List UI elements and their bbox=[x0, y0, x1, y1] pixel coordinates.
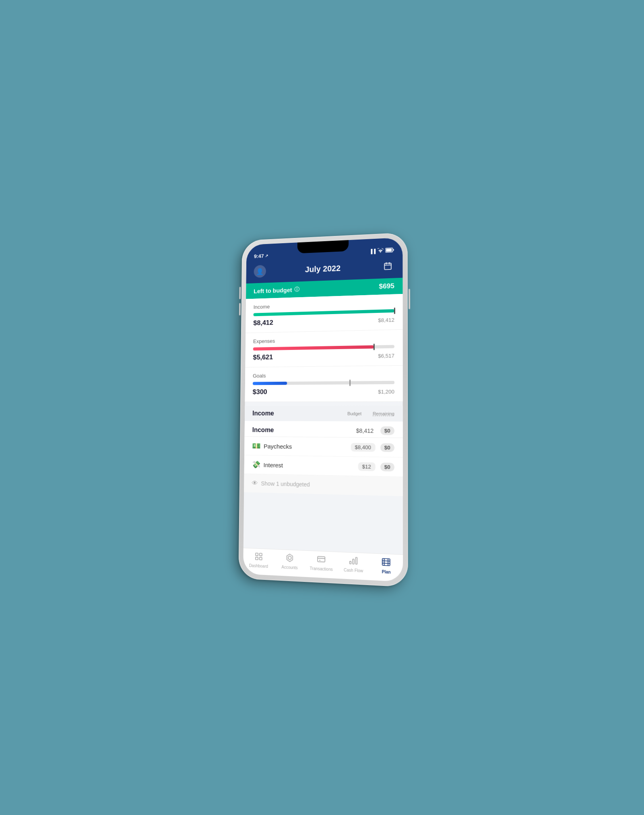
goals-target: $1,200 bbox=[378, 389, 394, 395]
budget-amount: $695 bbox=[379, 282, 394, 291]
location-icon: ↗ bbox=[265, 254, 268, 258]
svg-rect-2 bbox=[393, 249, 394, 251]
svg-rect-13 bbox=[318, 556, 325, 562]
svg-rect-17 bbox=[353, 559, 354, 564]
expenses-summary-card[interactable]: Expenses $5,621 $6,517 bbox=[245, 330, 402, 368]
expenses-progress-tick bbox=[374, 343, 375, 350]
expenses-progress-fill bbox=[253, 345, 374, 350]
goals-values: $300 $1,200 bbox=[253, 387, 394, 396]
budget-label: Left to budget ⓘ bbox=[254, 286, 299, 294]
accounts-label: Accounts bbox=[281, 565, 298, 570]
income-section-header: Income Budget Remaining bbox=[245, 406, 403, 422]
wifi-icon bbox=[378, 248, 383, 254]
income-group-budget: $8,412 bbox=[356, 427, 374, 434]
signal-icon: ▐▐ bbox=[369, 249, 376, 254]
notch bbox=[297, 240, 349, 253]
battery-icon bbox=[385, 248, 394, 254]
expenses-values: $5,621 $6,517 bbox=[253, 352, 394, 362]
income-target: $8,412 bbox=[378, 316, 394, 323]
phone-frame: 9:47 ↗ ▐▐ bbox=[238, 232, 408, 587]
summary-section: Income $8,412 $8,412 Expens bbox=[245, 294, 402, 402]
income-progress-fill bbox=[254, 309, 394, 316]
svg-rect-10 bbox=[259, 557, 262, 560]
show-unbudgeted-text: Show 1 unbudgeted bbox=[261, 480, 310, 488]
avatar-button[interactable]: 👤 bbox=[254, 265, 266, 278]
svg-line-23 bbox=[382, 563, 390, 563]
dashboard-icon bbox=[254, 552, 263, 563]
cashflow-label: Cash Flow bbox=[344, 568, 363, 573]
accounts-icon bbox=[285, 553, 294, 565]
status-time: 9:47 ↗ bbox=[254, 253, 268, 259]
budget-label-text: Left to budget bbox=[254, 286, 292, 294]
income-summary-card[interactable]: Income $8,412 $8,412 bbox=[246, 294, 402, 333]
nav-cashflow[interactable]: Cash Flow bbox=[337, 555, 370, 573]
svg-line-4 bbox=[384, 265, 391, 265]
person-icon: 👤 bbox=[256, 267, 264, 275]
income-group-values: $8,412 $0 bbox=[356, 426, 394, 435]
income-values: $8,412 $8,412 bbox=[253, 316, 394, 327]
scroll-content[interactable]: Income $8,412 $8,412 Expens bbox=[244, 294, 403, 554]
cashflow-icon bbox=[349, 556, 358, 568]
interest-budget: $12 bbox=[358, 462, 376, 471]
plan-icon bbox=[382, 557, 391, 569]
paychecks-item-right: $8,400 $0 bbox=[351, 443, 394, 452]
paychecks-item-left: 💵 Paychecks bbox=[252, 441, 292, 451]
phone-wrapper: 9:47 ↗ ▐▐ bbox=[238, 232, 408, 587]
svg-rect-8 bbox=[259, 553, 262, 556]
col-remaining-header: Remaining bbox=[369, 411, 394, 416]
income-card-title: Income bbox=[254, 300, 394, 310]
paychecks-item[interactable]: 💵 Paychecks $8,400 $0 bbox=[244, 436, 403, 457]
income-group-remaining: $0 bbox=[380, 426, 394, 435]
income-group: Income $8,412 $0 💵 Paychecks $ bbox=[244, 421, 403, 496]
income-progress-container bbox=[254, 309, 394, 316]
interest-remaining: $0 bbox=[380, 462, 394, 471]
svg-rect-3 bbox=[384, 263, 391, 269]
interest-name: Interest bbox=[264, 461, 283, 469]
svg-rect-9 bbox=[255, 557, 258, 560]
svg-rect-7 bbox=[256, 553, 258, 556]
svg-line-14 bbox=[318, 559, 325, 559]
section-col-headers: Budget Remaining bbox=[337, 411, 394, 416]
expenses-card-title: Expenses bbox=[253, 335, 394, 344]
expenses-current: $5,621 bbox=[253, 354, 273, 362]
expenses-progress-container bbox=[253, 345, 394, 351]
eye-icon: 👁 bbox=[252, 480, 258, 487]
income-section-label: Income bbox=[252, 410, 274, 417]
svg-rect-18 bbox=[356, 557, 357, 564]
goals-card-title: Goals bbox=[253, 371, 394, 379]
svg-marker-11 bbox=[287, 554, 293, 562]
income-progress-tick bbox=[394, 308, 395, 314]
svg-line-22 bbox=[382, 561, 390, 561]
interest-item[interactable]: 💸 Interest $12 $0 bbox=[244, 455, 403, 477]
status-icons: ▐▐ bbox=[369, 248, 394, 254]
time-display: 9:47 bbox=[254, 253, 264, 259]
svg-rect-1 bbox=[386, 248, 392, 252]
goals-tick bbox=[349, 380, 351, 386]
header-title: July 2022 bbox=[305, 264, 341, 274]
paychecks-icon: 💵 bbox=[252, 441, 260, 450]
volume-down-button bbox=[239, 303, 241, 316]
plan-label: Plan bbox=[382, 569, 391, 574]
phone-screen: 9:47 ↗ ▐▐ bbox=[243, 238, 403, 582]
calendar-button[interactable] bbox=[381, 259, 394, 273]
paychecks-budget: $8,400 bbox=[351, 443, 375, 451]
paychecks-remaining: $0 bbox=[380, 443, 394, 452]
goals-current: $300 bbox=[253, 388, 267, 396]
info-icon[interactable]: ⓘ bbox=[294, 286, 299, 293]
svg-marker-12 bbox=[288, 556, 291, 560]
nav-dashboard[interactable]: Dashboard bbox=[243, 551, 274, 569]
goals-progress-fill bbox=[253, 382, 287, 385]
dashboard-label: Dashboard bbox=[249, 563, 268, 569]
goals-summary-card[interactable]: Goals $300 $1,200 bbox=[245, 366, 402, 402]
svg-rect-19 bbox=[382, 559, 390, 566]
income-group-header[interactable]: Income $8,412 $0 bbox=[245, 421, 403, 438]
nav-accounts[interactable]: Accounts bbox=[274, 553, 305, 571]
goals-progress-container bbox=[253, 381, 394, 385]
paychecks-name: Paychecks bbox=[264, 443, 292, 450]
interest-item-left: 💸 Interest bbox=[252, 460, 283, 470]
interest-icon: 💸 bbox=[252, 460, 260, 469]
nav-transactions[interactable]: Transactions bbox=[305, 554, 337, 572]
transactions-label: Transactions bbox=[310, 566, 333, 572]
col-budget-header: Budget bbox=[337, 411, 361, 416]
nav-plan[interactable]: Plan bbox=[370, 557, 403, 575]
